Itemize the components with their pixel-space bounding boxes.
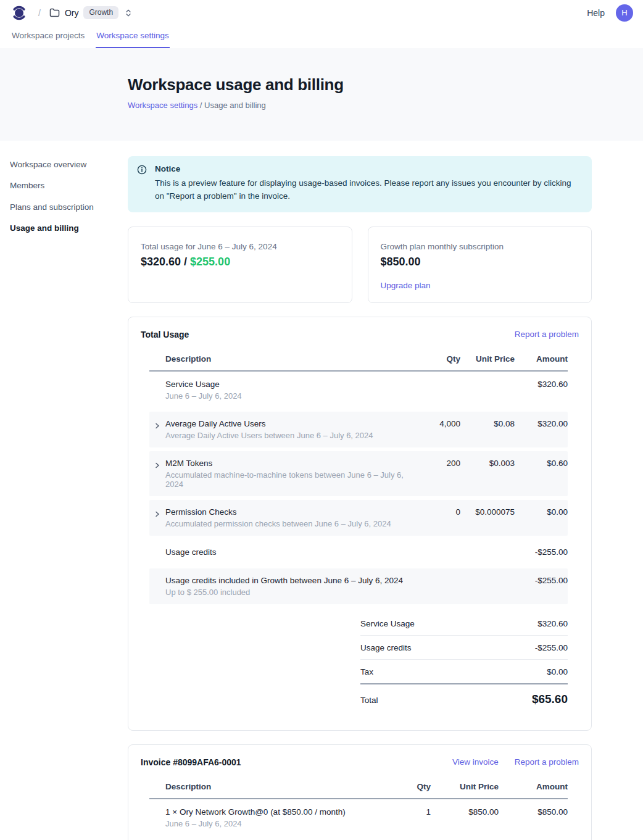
- row-unit-price: $0.003: [460, 459, 515, 468]
- row-qty: 1: [394, 807, 431, 817]
- top-bar: / Ory Growth Help H: [0, 0, 643, 25]
- tab-workspace-projects[interactable]: Workspace projects: [11, 25, 85, 48]
- table-row-m2m-tokens: M2M Tokens Accumulated machine-to-machin…: [149, 451, 568, 496]
- usage-amount: $320.60 /: [141, 256, 190, 268]
- usage-panel-title: Total Usage: [141, 330, 189, 339]
- row-amount: -$255.00: [515, 547, 568, 557]
- row-unit-price: $0.08: [460, 419, 515, 428]
- summary-value: -$255.00: [535, 643, 568, 652]
- summary-row-tax: Tax $0.00: [360, 660, 568, 684]
- summary-label: Service Usage: [360, 619, 415, 628]
- col-qty: Qty: [394, 782, 431, 791]
- chevron-selector-icon: [125, 9, 132, 17]
- summary-label: Usage credits: [360, 643, 412, 652]
- summary-row-total: Total $65.60: [360, 684, 568, 713]
- col-description: Description: [165, 354, 412, 364]
- plan-badge: Growth: [83, 6, 118, 19]
- notice-body: This is a preview feature for displaying…: [155, 177, 582, 203]
- plan-subscription-amount: $850.00: [381, 256, 579, 268]
- total-usage-panel: Total Usage Report a problem Description…: [128, 317, 592, 731]
- row-title: Permission Checks: [165, 507, 412, 517]
- row-subtitle: Up to $ 255.00 included: [165, 588, 412, 597]
- row-unit-price: $0.000075: [460, 507, 515, 517]
- col-amount: Amount: [515, 354, 568, 364]
- sidebar-item-members[interactable]: Members: [10, 178, 128, 194]
- expand-chevron-icon[interactable]: [149, 507, 165, 518]
- plan-subscription-card: Growth plan monthly subscription $850.00…: [368, 227, 592, 303]
- workspace-tabs: Workspace projects Workspace settings: [0, 25, 643, 48]
- usage-summary: Service Usage $320.60 Usage credits -$25…: [360, 612, 568, 713]
- settings-sidebar: Workspace overview Members Plans and sub…: [10, 156, 128, 840]
- plan-subscription-label: Growth plan monthly subscription: [381, 242, 579, 251]
- folder-icon: [49, 8, 60, 17]
- summary-label: Total: [360, 696, 378, 705]
- summary-value: $0.00: [547, 667, 568, 676]
- view-invoice-link[interactable]: View invoice: [452, 757, 499, 767]
- row-subtitle: June 6 – July 6, 2024: [165, 819, 394, 828]
- table-row-adau: Average Daily Active Users Average Daily…: [149, 412, 568, 447]
- upgrade-plan-link[interactable]: Upgrade plan: [381, 281, 431, 290]
- row-title: Usage credits: [165, 547, 412, 557]
- row-qty: 200: [412, 459, 460, 468]
- usage-report-problem-link[interactable]: Report a problem: [515, 330, 579, 339]
- summary-row-usage-credits: Usage credits -$255.00: [360, 636, 568, 660]
- summary-value: $320.60: [537, 619, 568, 628]
- invoice-panel: Invoice #8099AFA6-0001 View invoice Repo…: [128, 744, 592, 840]
- col-description: Description: [165, 782, 394, 791]
- breadcrumb-slash: /: [38, 8, 41, 18]
- row-unit-price: $850.00: [431, 807, 499, 817]
- usage-included-amount: $255.00: [190, 256, 230, 268]
- row-title: 1 × Ory Network Growth@0 (at $850.00 / m…: [165, 807, 394, 817]
- help-link[interactable]: Help: [587, 8, 605, 18]
- workspace-name: Ory: [65, 8, 79, 18]
- row-subtitle: Accumulated machine-to-machine tokens be…: [165, 470, 412, 489]
- row-amount: -$255.00: [515, 576, 568, 585]
- row-qty: 0: [412, 507, 460, 517]
- invoice-table-header: Description Qty Unit Price Amount: [149, 776, 568, 799]
- invoice-line-row: 1 × Ory Network Growth@0 (at $850.00 / m…: [149, 799, 568, 836]
- summary-label: Tax: [360, 667, 373, 676]
- row-amount: $320.00: [515, 419, 568, 428]
- sidebar-item-usage-billing[interactable]: Usage and billing: [10, 220, 128, 236]
- invoice-report-problem-link[interactable]: Report a problem: [515, 757, 579, 767]
- info-icon: [137, 164, 147, 203]
- row-amount: $0.60: [515, 459, 568, 468]
- expand-chevron-icon[interactable]: [149, 419, 165, 430]
- sidebar-item-plans-subscription[interactable]: Plans and subscription: [10, 199, 128, 215]
- table-row-permission-checks: Permission Checks Accumulated permission…: [149, 500, 568, 536]
- preview-notice-banner: Notice This is a preview feature for dis…: [128, 156, 592, 212]
- row-amount: $850.00: [499, 807, 568, 817]
- table-row-usage-credits: Usage credits -$255.00: [149, 539, 568, 565]
- ory-logo-icon[interactable]: [10, 4, 28, 22]
- notice-title: Notice: [155, 164, 582, 173]
- page-header: Workspace usage and billing Workspace se…: [0, 48, 643, 141]
- row-subtitle: Accumulated permission checks between Ju…: [165, 519, 412, 528]
- row-title: M2M Tokens: [165, 459, 412, 468]
- breadcrumb: Workspace settings / Usage and billing: [128, 101, 643, 110]
- tab-workspace-settings[interactable]: Workspace settings: [96, 25, 170, 48]
- row-title: Service Usage: [165, 380, 412, 389]
- row-subtitle: Average Daily Active Users between June …: [165, 431, 412, 440]
- col-unit-price: Unit Price: [431, 782, 499, 791]
- table-row-service-usage: Service Usage June 6 – July 6, 2024 $320…: [149, 372, 568, 408]
- sidebar-item-workspace-overview[interactable]: Workspace overview: [10, 156, 128, 172]
- breadcrumb-current: / Usage and billing: [200, 101, 266, 110]
- usage-table-header: Description Qty Unit Price Amount: [149, 348, 568, 372]
- col-amount: Amount: [499, 782, 568, 791]
- row-title: Usage credits included in Growth between…: [165, 576, 412, 585]
- total-usage-label: Total usage for June 6 – July 6, 2024: [141, 242, 339, 251]
- col-qty: Qty: [412, 354, 460, 364]
- page-title: Workspace usage and billing: [128, 75, 643, 94]
- workspace-switcher[interactable]: Ory Growth: [49, 6, 132, 19]
- row-amount: $0.00: [515, 507, 568, 517]
- row-amount: $320.60: [515, 380, 568, 389]
- col-unit-price: Unit Price: [460, 354, 515, 364]
- total-usage-card: Total usage for June 6 – July 6, 2024 $3…: [128, 227, 352, 303]
- user-avatar[interactable]: H: [616, 4, 633, 22]
- breadcrumb-settings-link[interactable]: Workspace settings: [128, 101, 197, 110]
- expand-chevron-icon[interactable]: [149, 459, 165, 469]
- row-qty: 4,000: [412, 419, 460, 428]
- row-title: Average Daily Active Users: [165, 419, 412, 428]
- row-subtitle: June 6 – July 6, 2024: [165, 391, 412, 401]
- total-usage-value: $320.60 / $255.00: [141, 256, 339, 268]
